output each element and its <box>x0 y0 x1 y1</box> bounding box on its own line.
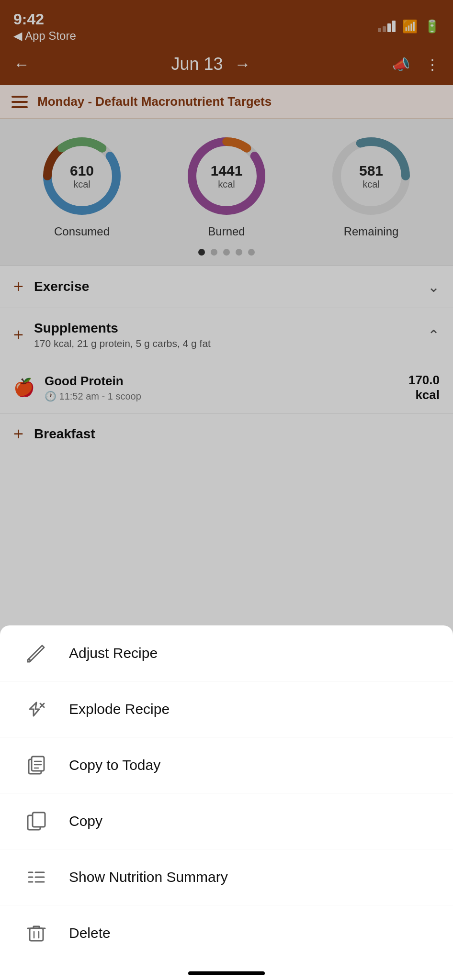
copy-today-icon <box>26 755 47 776</box>
burned-unit: kcal <box>211 179 243 190</box>
supplements-chevron-up-icon[interactable]: ⌃ <box>428 327 440 344</box>
food-calories: 170.0 kcal <box>408 373 440 402</box>
consumed-value: 610 <box>70 163 94 179</box>
dot-5[interactable] <box>248 249 255 256</box>
charts-area: 610 kcal Consumed 1 <box>0 119 453 265</box>
more-menu-icon[interactable]: ⋮ <box>425 56 440 73</box>
copy-to-today-label: Copy to Today <box>69 757 160 773</box>
speaker-icon[interactable]: 📣 <box>392 56 410 73</box>
consumed-unit: kcal <box>70 179 94 190</box>
supplements-macros: 170 kcal, 21 g protein, 5 g carbs, 4 g f… <box>34 338 417 349</box>
back-arrow-icon: ◀ <box>13 29 22 43</box>
signal-icon <box>378 21 396 32</box>
food-apple-icon: 🍎 <box>13 378 35 398</box>
breakfast-title: Breakfast <box>34 426 440 442</box>
dot-3[interactable] <box>223 249 230 256</box>
explode-recipe-button[interactable]: Explode Recipe <box>0 681 453 737</box>
nav-forward-button[interactable]: → <box>235 55 251 74</box>
supplements-add-icon[interactable]: + <box>13 326 23 344</box>
show-nutrition-summary-button[interactable]: Show Nutrition Summary <box>0 849 453 905</box>
remaining-chart: 581 kcal Remaining <box>328 133 414 238</box>
pagination-dots <box>198 249 255 256</box>
hamburger-menu[interactable] <box>11 96 28 108</box>
nav-date: Jun 13 <box>171 54 223 74</box>
breakfast-section[interactable]: + Breakfast <box>0 413 453 455</box>
svg-rect-15 <box>33 813 45 827</box>
consumed-label: Consumed <box>54 225 110 238</box>
adjust-recipe-button[interactable]: Adjust Recipe <box>0 625 453 681</box>
trash-icon <box>26 923 47 944</box>
remaining-label: Remaining <box>344 225 399 238</box>
copy-label: Copy <box>69 813 102 829</box>
nav-back-button[interactable]: ← <box>13 55 30 74</box>
status-bar: 9:42 ◀ App Store 📶 🔋 <box>0 0 453 43</box>
good-protein-entry[interactable]: 🍎 Good Protein 🕐 11:52 am - 1 scoop 170.… <box>0 362 453 413</box>
food-name: Good Protein <box>45 374 399 389</box>
exercise-chevron-down-icon[interactable]: ⌄ <box>428 278 440 295</box>
dot-1[interactable] <box>198 249 205 256</box>
supplements-title: Supplements <box>34 321 417 336</box>
list-icon <box>26 867 47 888</box>
clock-icon: 🕐 <box>45 391 57 401</box>
burned-value: 1441 <box>211 163 243 179</box>
breakfast-add-icon[interactable]: + <box>13 424 23 444</box>
home-indicator <box>188 971 265 975</box>
exercise-title: Exercise <box>34 279 417 294</box>
explode-recipe-label: Explode Recipe <box>69 701 170 717</box>
copy-to-today-button[interactable]: Copy to Today <box>0 737 453 793</box>
burned-label: Burned <box>208 225 245 238</box>
consumed-chart: 610 kcal Consumed <box>39 133 125 238</box>
status-app-back: ◀ App Store <box>13 29 76 43</box>
adjust-recipe-label: Adjust Recipe <box>69 645 158 661</box>
dot-4[interactable] <box>236 249 242 256</box>
delete-label: Delete <box>69 925 111 941</box>
show-nutrition-label: Show Nutrition Summary <box>69 869 228 885</box>
copy-button[interactable]: Copy <box>0 793 453 849</box>
dot-2[interactable] <box>211 249 217 256</box>
sub-header: Monday - Default Macronutrient Targets <box>0 85 453 119</box>
food-meta: 🕐 11:52 am - 1 scoop <box>45 390 399 402</box>
status-time: 9:42 <box>13 11 76 28</box>
pencil-icon <box>26 643 47 664</box>
supplements-section[interactable]: + Supplements 170 kcal, 21 g protein, 5 … <box>0 308 453 362</box>
status-icons: 📶 🔋 <box>378 19 440 34</box>
explode-icon <box>26 699 47 720</box>
copy-icon <box>26 811 47 832</box>
delete-button[interactable]: Delete <box>0 905 453 961</box>
exercise-section[interactable]: + Exercise ⌄ <box>0 265 453 308</box>
wifi-icon: 📶 <box>402 19 418 34</box>
macro-targets-title: Monday - Default Macronutrient Targets <box>37 94 272 109</box>
battery-icon: 🔋 <box>424 19 440 34</box>
action-sheet: Adjust Recipe Explode Recipe Copy to Tod… <box>0 625 453 980</box>
nav-bar: ← Jun 13 → 📣 ⋮ <box>0 43 453 85</box>
exercise-add-icon[interactable]: + <box>13 278 23 295</box>
svg-rect-10 <box>32 757 44 771</box>
burned-chart: 1441 kcal Burned <box>183 133 270 238</box>
remaining-value: 581 <box>359 163 383 179</box>
svg-rect-22 <box>30 928 43 941</box>
remaining-unit: kcal <box>359 179 383 190</box>
